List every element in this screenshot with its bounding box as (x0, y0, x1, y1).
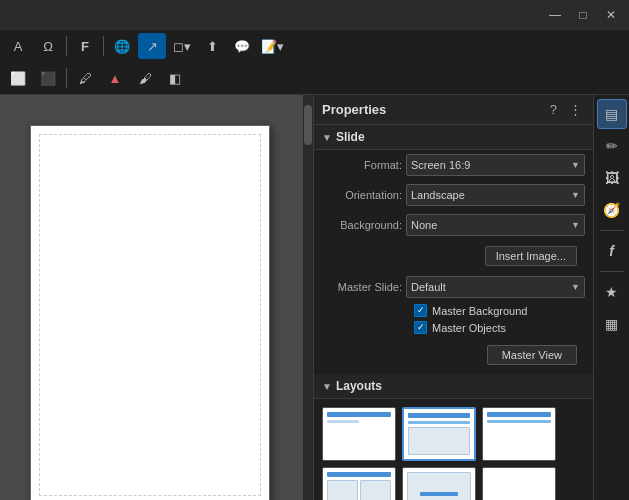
arrow-up-icon[interactable]: ▲ (101, 65, 129, 91)
layout-thumb-5[interactable] (402, 467, 476, 500)
slide-section-arrow: ▼ (322, 132, 332, 143)
title-bar: — □ ✕ (0, 0, 629, 30)
orientation-row: Orientation: Landscape ▼ (314, 180, 593, 210)
rb-separator (600, 230, 624, 231)
insert-image-button[interactable]: Insert Image... (485, 246, 577, 266)
slide-view-icon[interactable]: ⬜ (4, 65, 32, 91)
background-value: None (411, 219, 437, 231)
font-icon[interactable]: F (71, 33, 99, 59)
layouts-section-arrow: ▼ (322, 381, 332, 392)
sidebar-toggle-icon[interactable]: ▦ (597, 309, 627, 339)
properties-panel: Properties ? ⋮ ▼ Slide Format: Screen 16… (313, 95, 593, 500)
rb-separator-2 (600, 271, 624, 272)
gallery-icon[interactable]: 🖼 (597, 163, 627, 193)
scrollbar-thumb[interactable] (304, 105, 312, 145)
shade-icon[interactable]: ◧ (161, 65, 189, 91)
properties-panel-icon[interactable]: ▤ (597, 99, 627, 129)
layout-content-box (407, 472, 471, 500)
slide-canvas[interactable] (30, 125, 270, 500)
layout-line-2 (487, 420, 551, 423)
master-objects-checkmark: ✓ (417, 323, 425, 332)
panel-menu-icon[interactable]: ⋮ (566, 101, 585, 118)
layout-two-col (327, 480, 391, 500)
shape-dropdown-icon[interactable]: ◻▾ (168, 33, 196, 59)
main-area: Properties ? ⋮ ▼ Slide Format: Screen 16… (0, 95, 629, 500)
layout-line (327, 412, 391, 417)
star-icon[interactable]: ★ (597, 277, 627, 307)
master-view-container: Master View (314, 336, 593, 374)
master-background-checkmark: ✓ (417, 306, 425, 315)
maximize-button[interactable]: □ (573, 5, 593, 25)
layout-col-right (360, 480, 391, 500)
panel-header-icons: ? ⋮ (547, 101, 585, 118)
layout-thumb-4[interactable] (322, 467, 396, 500)
master-background-label: Master Background (432, 305, 527, 317)
slide-dashed-border (39, 134, 261, 496)
text-icon[interactable]: A (4, 33, 32, 59)
master-slide-value: Default (411, 281, 446, 293)
format-value: Screen 16:9 (411, 159, 470, 171)
minimize-button[interactable]: — (545, 5, 565, 25)
layout-thumb-2[interactable] (402, 407, 476, 461)
master-slide-select[interactable]: Default ▼ (406, 276, 585, 298)
master-view-button[interactable]: Master View (487, 345, 577, 365)
comment-icon[interactable]: 💬 (228, 33, 256, 59)
slide-section-title: Slide (336, 130, 365, 144)
separator-1 (66, 36, 67, 56)
format-row: Format: Screen 16:9 ▼ (314, 150, 593, 180)
master-objects-checkbox[interactable]: ✓ (414, 321, 427, 334)
navigator-icon[interactable]: 🧭 (597, 195, 627, 225)
master-background-checkbox[interactable]: ✓ (414, 304, 427, 317)
layouts-section-title: Layouts (336, 379, 382, 393)
layout-line-2 (408, 421, 470, 424)
orientation-select[interactable]: Landscape ▼ (406, 184, 585, 206)
layout-line (327, 472, 391, 477)
orientation-select-arrow: ▼ (571, 190, 580, 200)
layout-spacer (487, 472, 551, 500)
slide-section-header[interactable]: ▼ Slide (314, 125, 593, 150)
note-dropdown-icon[interactable]: 📝▾ (258, 33, 286, 59)
format-label: Format: (322, 159, 402, 171)
layout-thumb-3[interactable] (482, 407, 556, 461)
functions-icon[interactable]: f (597, 236, 627, 266)
layout-center-line (420, 492, 457, 496)
format-select[interactable]: Screen 16:9 ▼ (406, 154, 585, 176)
background-label: Background: (322, 219, 402, 231)
separator-2 (103, 36, 104, 56)
insert-image-container: Insert Image... (314, 240, 593, 272)
master-background-row: ✓ Master Background (314, 302, 593, 319)
box-icon[interactable]: ⬛ (34, 65, 62, 91)
layout-col-left (327, 480, 358, 500)
master-slide-row: Master Slide: Default ▼ (314, 272, 593, 302)
hyperlink-icon[interactable]: 🌐 (108, 33, 136, 59)
layouts-grid (314, 399, 593, 500)
background-select[interactable]: None ▼ (406, 214, 585, 236)
styles-icon[interactable]: ✏ (597, 131, 627, 161)
orientation-label: Orientation: (322, 189, 402, 201)
vertical-scrollbar[interactable] (303, 95, 313, 500)
panel-header: Properties ? ⋮ (314, 95, 593, 125)
right-icon-bar: ▤ ✏ 🖼 🧭 f ★ ▦ (593, 95, 629, 500)
layouts-section-header[interactable]: ▼ Layouts (314, 374, 593, 399)
cursor-icon[interactable]: ↗ (138, 33, 166, 59)
help-icon[interactable]: ? (547, 101, 560, 118)
layout-content-box (408, 427, 470, 455)
special-chars-icon[interactable]: Ω (34, 33, 62, 59)
master-slide-select-arrow: ▼ (571, 282, 580, 292)
paint-icon[interactable]: 🖌 (131, 65, 159, 91)
close-button[interactable]: ✕ (601, 5, 621, 25)
background-select-arrow: ▼ (571, 220, 580, 230)
insert-icon[interactable]: ⬆ (198, 33, 226, 59)
layout-line (408, 413, 470, 418)
master-objects-row: ✓ Master Objects (314, 319, 593, 336)
layout-line (487, 412, 551, 417)
separator-3 (66, 68, 67, 88)
layout-line (327, 420, 359, 423)
layout-thumb-6[interactable] (482, 467, 556, 500)
canvas-area[interactable] (0, 95, 303, 500)
toolbar-row-2: ⬜ ⬛ 🖊 ▲ 🖌 ◧ (0, 62, 629, 94)
toolbar-area: A Ω F 🌐 ↗ ◻▾ ⬆ 💬 📝▾ ⬜ ⬛ 🖊 ▲ 🖌 ◧ (0, 30, 629, 95)
brush-icon[interactable]: 🖊 (71, 65, 99, 91)
orientation-value: Landscape (411, 189, 465, 201)
layout-thumb-1[interactable] (322, 407, 396, 461)
